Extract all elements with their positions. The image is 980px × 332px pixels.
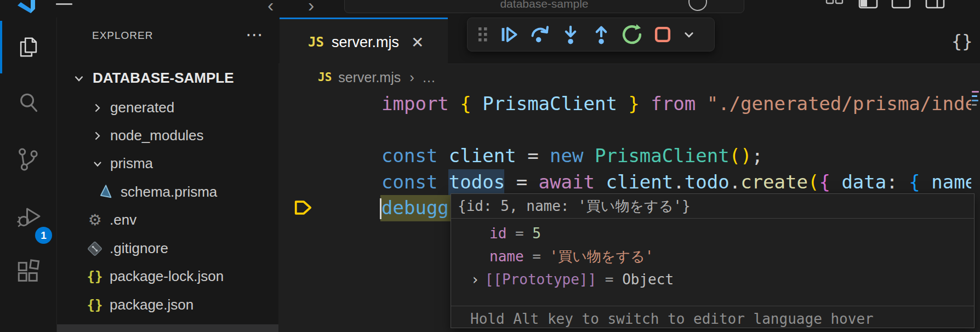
file-label: .env [110, 211, 136, 228]
explorer-panel: EXPLORER ⋯ DATABASE-SAMPLE generated nod… [57, 18, 279, 332]
variable-value: '買い物をする' [550, 248, 654, 265]
debug-session-dropdown[interactable] [678, 21, 700, 48]
variable-name: id [489, 225, 506, 242]
code-token: { [460, 93, 482, 115]
code-token: ; [752, 145, 763, 167]
variable-name: [[Prototype]] [485, 271, 597, 288]
minimap[interactable] [972, 91, 980, 108]
chevron-right-icon[interactable]: › [471, 268, 480, 291]
tree-item-prisma[interactable]: prisma [57, 150, 278, 178]
editor-group: JS server.mjs ✕ {} JS server.mjs › … 1 i… [278, 18, 980, 332]
code-token: todo [685, 171, 730, 193]
file-label: package-lock.json [110, 268, 224, 285]
search-icon [15, 90, 42, 118]
menu-icon[interactable] [56, 0, 72, 8]
sidebar-item-explorer[interactable] [0, 22, 56, 75]
tab-server-mjs[interactable]: JS server.mjs ✕ [280, 18, 448, 65]
continue-button[interactable] [494, 21, 525, 48]
tree-item-node-modules[interactable]: node_modules [57, 122, 278, 150]
code-token: = [505, 171, 538, 193]
js-file-icon: JS [318, 71, 332, 84]
chevron-right-icon [91, 101, 104, 115]
code-line[interactable]: 3 const client = new PrismaClient(); [278, 143, 971, 169]
code-token: await [539, 171, 606, 193]
code-token: "./generated/prisma/index [707, 93, 971, 115]
hover-row-id[interactable]: id = 5 [451, 222, 974, 245]
chevron-down-icon [91, 157, 104, 170]
chevron-right-icon [91, 129, 104, 142]
code-token: import [381, 93, 460, 115]
file-label: .gitignore [110, 240, 168, 257]
explorer-header: EXPLORER ⋯ [57, 27, 278, 47]
git-branch-icon [15, 146, 42, 175]
variable-value: 5 [532, 225, 541, 242]
code-line[interactable]: 1 import { PrismaClient } from "./genera… [278, 91, 971, 117]
breadcrumb[interactable]: JS server.mjs › … [278, 64, 980, 90]
extensions-icon [15, 259, 42, 287]
restart-button[interactable] [617, 21, 647, 48]
step-over-button[interactable] [525, 21, 555, 48]
debug-toolbar[interactable] [467, 18, 715, 51]
command-center[interactable]: database-sample [344, 0, 744, 13]
step-out-button[interactable] [586, 21, 617, 48]
sidebar-item-search[interactable] [0, 78, 56, 130]
code-token: () [730, 145, 752, 167]
tree-item-gitignore[interactable]: .gitignore [57, 234, 278, 262]
tree-item-generated[interactable]: generated [57, 94, 278, 122]
code-token: name [931, 171, 971, 193]
forward-icon[interactable]: › [308, 0, 314, 16]
code-token: client [449, 145, 516, 167]
hover-row-prototype[interactable]: ›[[Prototype]] = Object [451, 268, 974, 291]
command-center-label: database-sample [345, 0, 744, 10]
activity-bar: 1 [0, 18, 57, 332]
tab-label: server.mjs [332, 34, 399, 51]
code-line[interactable]: 2 [278, 117, 971, 144]
code-token: from [651, 93, 706, 115]
back-icon[interactable]: ‹ [267, 0, 274, 16]
code-token: PrismaClient [595, 145, 730, 167]
explorer-more-actions-icon[interactable]: ⋯ [246, 24, 263, 45]
stop-button[interactable] [647, 21, 678, 48]
breadcrumb-file[interactable]: server.mjs [338, 70, 401, 85]
tree-item-package-json[interactable]: {} package.json [57, 291, 278, 319]
equals-sign: = [506, 225, 532, 242]
code-token: = [516, 145, 550, 167]
folder-label: generated [110, 99, 174, 116]
files-icon [15, 35, 42, 61]
step-into-button[interactable] [555, 21, 586, 48]
sidebar-item-extensions[interactable] [0, 247, 56, 299]
tree-item-package-lock[interactable]: {} package-lock.json [57, 262, 278, 290]
tree-item-schema-prisma[interactable]: schema.prisma [57, 178, 278, 206]
hover-variable-tree: id = 5 name = '買い物をする' ›[[Prototype]] = … [451, 219, 974, 306]
gear-icon: ⚙ [86, 213, 104, 228]
folder-label: DATABASE-SAMPLE [93, 70, 234, 87]
prisma-icon [96, 184, 114, 201]
vscode-logo-icon [15, 0, 36, 16]
code-line[interactable]: 4 const todos = await client.todo.create… [278, 169, 971, 196]
code-token: debugg [381, 197, 449, 219]
split-editor-icon[interactable] [825, 0, 844, 8]
folder-label: node_modules [110, 127, 204, 144]
explorer-root-folder[interactable]: DATABASE-SAMPLE [57, 64, 278, 92]
bracket-pair-icon[interactable]: {} [951, 31, 973, 51]
toggle-panel-icon[interactable] [891, 0, 911, 9]
code-token: ( [808, 171, 819, 193]
customize-layout-icon[interactable] [925, 0, 945, 9]
code-token: todos [449, 171, 505, 193]
explorer-selected-row[interactable] [57, 324, 278, 332]
code-token: . [673, 171, 684, 193]
code-token: create [740, 171, 808, 193]
breadcrumb-symbol[interactable]: … [422, 70, 437, 85]
code-token: client [606, 171, 673, 193]
toggle-primary-sidebar-icon[interactable] [858, 0, 878, 9]
js-file-icon: JS [308, 35, 324, 50]
sidebar-item-source-control[interactable] [0, 134, 56, 187]
close-icon[interactable]: ✕ [411, 33, 424, 51]
tree-item-env[interactable]: ⚙ .env [57, 206, 278, 234]
hover-row-name[interactable]: name = '買い物をする' [451, 245, 974, 268]
drag-grip-icon[interactable] [473, 21, 493, 48]
vscode-window: ‹ › database-sample [0, 0, 980, 332]
code-token: . [730, 171, 740, 193]
explorer-title: EXPLORER [92, 30, 153, 42]
code-token: { [909, 171, 931, 193]
